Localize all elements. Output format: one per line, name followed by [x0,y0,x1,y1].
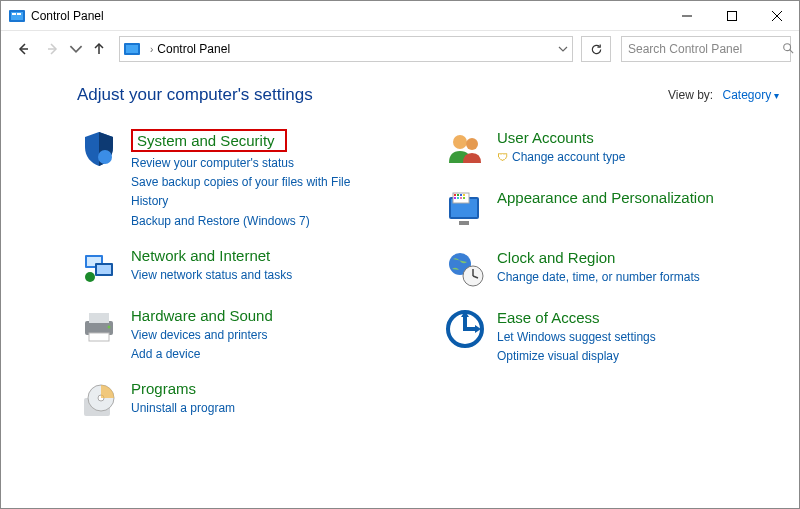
category-user-accounts: User Accounts Change account type [443,129,779,173]
svg-rect-32 [459,221,469,225]
svg-point-20 [85,272,95,282]
view-by-value[interactable]: Category [723,88,779,102]
address-dropdown-button[interactable] [558,44,568,54]
svg-rect-19 [97,265,111,274]
svg-rect-5 [727,11,736,20]
page-heading: Adjust your computer's settings [77,85,313,105]
content-area: Adjust your computer's settings View by:… [1,67,799,508]
svg-rect-37 [463,194,465,196]
view-by-control[interactable]: View by: Category [668,88,779,102]
sublink[interactable]: Save backup copies of your files with Fi… [131,173,371,211]
minimize-button[interactable] [664,1,709,30]
category-system-security: System and Security Review your computer… [77,129,413,231]
maximize-button[interactable] [709,1,754,30]
svg-rect-40 [460,197,462,199]
svg-rect-12 [126,45,138,53]
sublink[interactable]: Uninstall a program [131,399,235,418]
shield-icon [77,129,121,173]
monitor-personalize-icon [443,189,487,233]
breadcrumb[interactable]: Control Panel [157,42,230,56]
category-link-programs[interactable]: Programs [131,380,196,397]
users-icon [443,129,487,173]
category-hardware-sound: Hardware and Sound View devices and prin… [77,307,413,364]
search-box[interactable] [621,36,791,62]
ease-of-access-icon [443,309,487,353]
sublink[interactable]: Add a device [131,345,273,364]
svg-point-24 [108,325,111,328]
window-title: Control Panel [31,9,664,23]
category-clock-region: Clock and Region Change date, time, or n… [443,249,779,293]
sublink[interactable]: Review your computer's status [131,154,371,173]
svg-line-14 [790,49,793,52]
recent-locations-button[interactable] [69,35,83,63]
svg-rect-34 [454,194,456,196]
control-panel-icon [9,8,25,24]
svg-rect-2 [12,13,16,15]
category-appearance-personalization: Appearance and Personalization [443,189,779,233]
svg-point-29 [466,138,478,150]
svg-rect-41 [463,197,465,199]
sublink[interactable]: Let Windows suggest settings [497,328,656,347]
svg-point-13 [784,43,791,50]
printer-icon [77,307,121,351]
close-button[interactable] [754,1,799,30]
category-ease-of-access: Ease of Access Let Windows suggest setti… [443,309,779,366]
search-icon [782,42,794,57]
up-button[interactable] [85,35,113,63]
category-link-system-security[interactable]: System and Security [131,129,287,152]
sublink[interactable]: Change date, time, or number formats [497,268,700,287]
breadcrumb-chevron-icon: › [150,44,153,55]
right-column: User Accounts Change account type Appear… [443,129,779,440]
sublink[interactable]: View network status and tasks [131,266,292,285]
category-link-clock-region[interactable]: Clock and Region [497,249,615,266]
sublink[interactable]: Backup and Restore (Windows 7) [131,212,371,231]
svg-rect-35 [457,194,459,196]
svg-rect-39 [457,197,459,199]
disc-icon [77,380,121,424]
svg-rect-36 [460,194,462,196]
network-icon [77,247,121,291]
svg-rect-38 [454,197,456,199]
sublink[interactable]: View devices and printers [131,326,273,345]
svg-point-15 [98,150,112,164]
control-panel-icon [124,41,140,57]
category-link-appearance-personalization[interactable]: Appearance and Personalization [497,189,714,206]
category-link-user-accounts[interactable]: User Accounts [497,129,594,146]
window-controls [664,1,799,30]
sublink[interactable]: Change account type [497,148,625,167]
view-by-label: View by: [668,88,713,102]
sublink[interactable]: Optimize visual display [497,347,656,366]
category-link-hardware-sound[interactable]: Hardware and Sound [131,307,273,324]
refresh-button[interactable] [581,36,611,62]
category-programs: Programs Uninstall a program [77,380,413,424]
address-bar[interactable]: › Control Panel [119,36,573,62]
search-input[interactable] [628,42,778,56]
category-link-ease-of-access[interactable]: Ease of Access [497,309,600,326]
titlebar: Control Panel [1,1,799,31]
clock-globe-icon [443,249,487,293]
forward-button[interactable] [39,35,67,63]
left-column: System and Security Review your computer… [77,129,413,440]
svg-rect-22 [89,313,109,323]
category-network-internet: Network and Internet View network status… [77,247,413,291]
svg-point-28 [453,135,467,149]
back-button[interactable] [9,35,37,63]
svg-rect-3 [17,13,21,15]
navigation-row: › Control Panel [1,31,799,67]
svg-rect-23 [89,333,109,341]
category-link-network-internet[interactable]: Network and Internet [131,247,270,264]
